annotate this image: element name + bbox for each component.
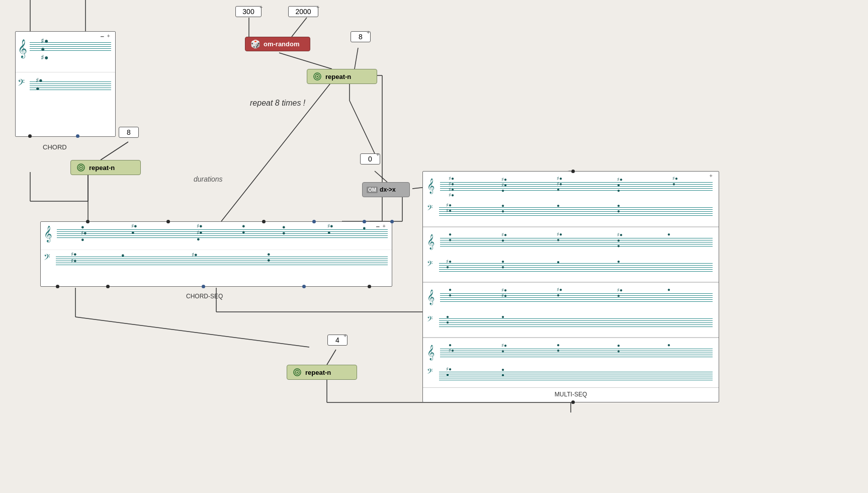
ms1-b2: ●● xyxy=(501,203,504,214)
ms4-t1: ●♯● xyxy=(449,342,454,353)
ms4-t4: ●● xyxy=(617,343,620,354)
svg-point-38 xyxy=(297,372,298,373)
num-300-value: 300 xyxy=(242,8,254,16)
num-2000[interactable]: 2000 xyxy=(288,6,318,17)
svg-line-22 xyxy=(327,350,336,365)
dx-node[interactable]: OM dx->x xyxy=(362,182,410,197)
spiral-icon-3 xyxy=(292,367,302,377)
num-4-value: 4 xyxy=(335,336,339,344)
cs-note4: ●● xyxy=(242,223,245,235)
cs-out-dot4 xyxy=(302,285,306,288)
ms3-t2: ♯●♯● xyxy=(501,287,507,298)
ms3-b1: ●● xyxy=(446,314,449,325)
ms1-b3: ● xyxy=(557,203,560,208)
repeat-n3-label: repeat-n xyxy=(305,369,331,376)
ms1-t3: ♯●♯●● xyxy=(557,176,562,192)
num-8-top-plus[interactable]: + xyxy=(367,29,370,35)
ms1-treble-lines xyxy=(440,181,713,192)
ms2-bass: 𝄢 xyxy=(427,260,433,270)
num-0-value: 0 xyxy=(368,155,372,163)
repeat-8-times-text: repeat 8 times ! xyxy=(250,99,305,108)
chord-seq-label: CHORD-SEQ xyxy=(186,293,223,300)
multi-seq-label: MULTI-SEQ xyxy=(555,391,587,398)
svg-line-4 xyxy=(355,48,358,69)
om-label: OM xyxy=(367,187,378,193)
ms4-t2: ♯●● xyxy=(501,343,507,354)
ms1-bass: 𝄢 xyxy=(427,204,433,214)
ms1-b1: ♯●♯● xyxy=(446,202,452,213)
ms3-bass-lines xyxy=(439,317,713,328)
cs-in-dot4 xyxy=(312,220,316,223)
chord-seq-bass-lines xyxy=(56,255,388,267)
ms-section2: 𝄞 ●● ♯●● ♯●● ♯●●● ● 𝄢 ♯●● ●● ● ● xyxy=(423,227,719,282)
ms4-treble: 𝄞 xyxy=(427,345,435,360)
ms4-t3: ●● xyxy=(557,342,560,353)
cs-in-dot1 xyxy=(86,220,90,223)
ms3-t1: ●● xyxy=(449,287,452,298)
chord-seq-treble-clef: 𝄞 xyxy=(44,226,52,242)
ms1-treble: 𝄞 xyxy=(427,179,435,194)
ms2-t1: ●● xyxy=(449,231,452,242)
cs-out-dot1 xyxy=(56,285,59,288)
cs-in-dot5 xyxy=(363,220,366,223)
ms-section4: 𝄞 ●♯● ♯●● ●● ●● ● 𝄢 ♯●● ●● xyxy=(423,338,719,388)
om-random-node[interactable]: 🎲 om-random xyxy=(245,37,310,51)
ms2-bass-lines xyxy=(439,262,713,273)
ms4-b1: ♯●● xyxy=(446,366,452,377)
repeat-n1-label: repeat-n xyxy=(325,73,351,80)
num-8-top-value: 8 xyxy=(359,33,363,41)
chord-box[interactable]: + − 𝄞 ♯●●♯● 𝄢 ♯●● xyxy=(15,31,116,137)
repeat-n1-node[interactable]: repeat-n xyxy=(307,69,377,84)
svg-line-8 xyxy=(375,171,387,182)
cs-bass2: ● xyxy=(121,252,125,258)
cs-out-dot3 xyxy=(202,285,205,288)
ms1-t1: ♯●♯●♯●♯● xyxy=(449,176,454,198)
num-2000-plus[interactable]: + xyxy=(316,4,319,10)
cs-in-dot6 xyxy=(390,220,394,223)
num-8-left-value: 8 xyxy=(127,128,131,136)
ms4-bass: 𝄢 xyxy=(427,367,433,378)
num-2000-value: 2000 xyxy=(295,8,311,16)
svg-point-35 xyxy=(80,167,82,169)
ms3-t5: ● xyxy=(667,287,670,292)
svg-line-6 xyxy=(350,101,375,153)
ms2-t5: ● xyxy=(667,231,670,237)
ms2-t3: ♯●● xyxy=(557,231,562,242)
ms1-t4: ♯●●● xyxy=(617,177,623,193)
om-random-label: om-random xyxy=(264,40,300,48)
chord-seq-box[interactable]: + − 𝄞 ●♯●● ♯●● ♯●♯●● ●● ●● ♯●● ● 𝄢 ♯●♯● xyxy=(40,221,392,287)
ms3-bass: 𝄢 xyxy=(427,315,433,325)
svg-line-2 xyxy=(292,18,307,37)
cs-out-dot2 xyxy=(106,285,110,288)
cs-bass3: ♯● xyxy=(192,252,198,258)
multi-seq-box[interactable]: + 𝄞 ♯●♯●♯●♯● ♯●♯●● ♯●♯●● ♯●●● ♯●● 𝄢 xyxy=(422,171,719,402)
ms4-bass-lines xyxy=(439,370,713,382)
ms1-t2: ♯●♯●● xyxy=(501,177,507,193)
cs-out-dot5 xyxy=(368,285,371,288)
num-8-left[interactable]: 8 xyxy=(119,127,139,138)
canvas: + − 𝄞 ♯●●♯● 𝄢 ♯●● CHORD 300 + xyxy=(0,0,868,493)
num-300-plus[interactable]: + xyxy=(259,4,263,10)
ms2-b2: ●● xyxy=(501,259,504,270)
ms2-b3: ● xyxy=(557,259,560,265)
ms3-t3: ♯●● xyxy=(557,287,562,298)
chord-label: CHORD xyxy=(43,143,67,151)
num-0-plus[interactable]: + xyxy=(376,151,379,157)
cs-in-dot2 xyxy=(166,220,170,223)
repeat-n3-node[interactable]: repeat-n xyxy=(287,365,357,380)
ms2-treble: 𝄞 xyxy=(427,234,435,250)
ms4-treble-lines xyxy=(440,347,713,359)
repeat-n2-label: repeat-n xyxy=(89,164,115,172)
ms2-b4: ● xyxy=(617,259,620,264)
ms3-b2: ● xyxy=(501,314,504,319)
ms-section3: 𝄞 ●● ♯●♯● ♯●● ♯●● ● 𝄢 ●● ● xyxy=(423,282,719,338)
ms1-t5: ♯●● xyxy=(672,176,678,187)
svg-line-3 xyxy=(279,53,332,69)
ms-out-dot xyxy=(571,400,575,404)
chord-out-dot1 xyxy=(28,134,32,138)
repeat-n2-node[interactable]: repeat-n xyxy=(70,160,141,175)
num-4-plus[interactable]: + xyxy=(343,333,346,339)
ms1-bass-lines xyxy=(439,206,713,217)
chord-seq-treble-lines xyxy=(57,228,388,239)
num-300[interactable]: 300 xyxy=(235,6,262,17)
